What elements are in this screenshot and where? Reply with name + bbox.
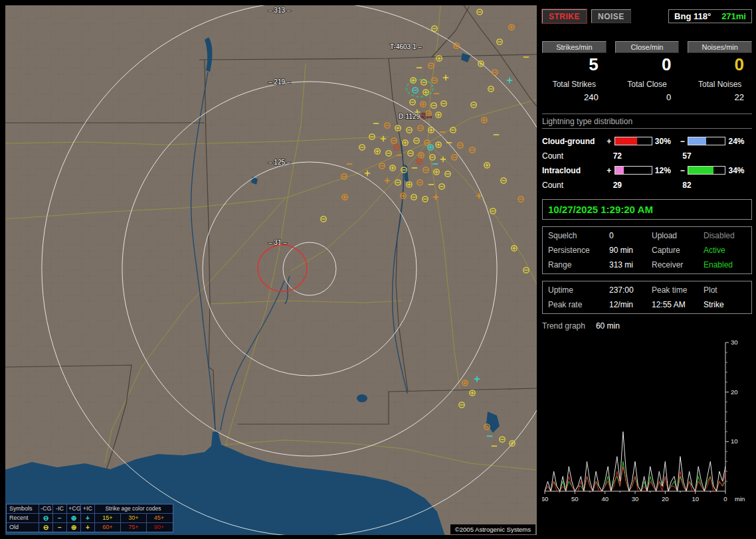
lightning-type-distribution: Lightning type distribution Cloud-ground…	[542, 114, 752, 193]
ic-negative-bar-fill	[688, 167, 713, 174]
total-strikes-label: Total Strikes	[542, 80, 607, 89]
legend-old-label: Old	[7, 523, 39, 532]
mode-toolbar: STRIKE NOISE Bng 118° 271mi	[542, 9, 752, 23]
trend-y-tick-label: 20	[731, 388, 738, 396]
ic-neg-recent-icon: −	[52, 514, 66, 522]
total-close-label: Total Close	[615, 80, 680, 89]
cg-neg-recent-icon: ⊖	[39, 514, 52, 522]
station-label: T-4603 1 –	[390, 43, 422, 50]
distribution-title: Lightning type distribution	[542, 114, 752, 129]
rate-columns: Strikes/min 5 Total Strikes 240 Close/mi…	[542, 41, 752, 102]
ic-negative-bar	[688, 166, 725, 175]
persistence-label: Persistence	[548, 246, 609, 255]
squelch-value: 0	[609, 231, 652, 240]
legend-recent-label: Recent	[7, 514, 39, 522]
cg-positive-pct: 30%	[654, 137, 679, 146]
squelch-label: Squelch	[548, 231, 609, 240]
session-box: Uptime 237:00 Peak time Plot Peak rate 1…	[542, 281, 752, 314]
receiver-value: Enabled	[704, 260, 747, 270]
cg-neg-old-icon: ⊖	[39, 523, 52, 532]
trend-graph: 6050403020100min102030	[542, 336, 745, 504]
strikes-per-min-header[interactable]: Strikes/min	[542, 41, 607, 53]
peak-rate-value: 12/min	[609, 300, 652, 309]
trend-x-tick-label: 60	[542, 495, 548, 502]
close-column: Close/min 0 Total Close 0	[615, 41, 680, 102]
noises-column: Noises/min 0 Total Noises 22	[688, 41, 752, 102]
ic-negative-pct: 34%	[727, 166, 752, 175]
map-canvas[interactable]: – 313 –– 219 –– 125 –– 31 –T-4603 1 –D-1…	[5, 5, 537, 535]
map-legend: Symbols -CG -IC +CG +IC Strike age color…	[6, 504, 173, 532]
age-75: 75+	[120, 523, 146, 532]
trend-y-tick-label: 10	[731, 437, 738, 445]
range-label: Range	[548, 260, 609, 270]
strike-mode-button[interactable]: STRIKE	[542, 9, 587, 23]
minus-sign: −	[678, 137, 686, 146]
close-per-min-value: 0	[615, 54, 680, 76]
ic-positive-bar-fill	[615, 167, 624, 174]
intracloud-row: Intracloud + 12% − 34%	[542, 163, 752, 177]
capture-value: Active	[704, 246, 747, 255]
noise-mode-button[interactable]: NOISE	[591, 9, 631, 23]
cg-negative-bar	[688, 137, 725, 145]
noises-per-min-value: 0	[688, 54, 752, 76]
trend-x-tick-label: 10	[692, 495, 699, 502]
legend-col-cg-pos: +CG	[66, 504, 80, 513]
range-value: 313 mi	[609, 260, 652, 270]
peak-rate-label: Peak rate	[548, 300, 609, 309]
legend-col-cg-neg: -CG	[39, 504, 52, 513]
ic-positive-bar	[614, 166, 652, 175]
ic-positive-count: 29	[613, 181, 683, 190]
cg-count-label: Count	[542, 151, 613, 161]
plot-label: Plot	[704, 285, 747, 295]
noises-per-min-header[interactable]: Noises/min	[688, 41, 752, 53]
capture-label: Capture	[652, 246, 704, 255]
ic-pos-recent-icon: +	[80, 514, 94, 522]
legend-symbols-title: Symbols	[7, 504, 39, 513]
trend-window-value: 60 min	[596, 321, 620, 331]
legend-col-ic-pos: +IC	[80, 504, 94, 513]
status-panel: STRIKE NOISE Bng 118° 271mi Strikes/min …	[542, 5, 752, 535]
ic-count-row: Count 29 82	[542, 177, 752, 193]
uptime-value: 237:00	[609, 285, 652, 295]
legend-age-title: Strike age color codes	[94, 504, 171, 513]
cg-positive-bar-fill	[615, 137, 637, 145]
clock-box: 10/27/2025 1:29:20 AM	[542, 199, 752, 220]
age-60: 60+	[94, 523, 120, 532]
total-close-value: 0	[615, 92, 680, 102]
ic-count-label: Count	[542, 181, 613, 190]
trend-x-unit: min	[735, 495, 745, 502]
ic-positive-pct: 12%	[654, 166, 679, 175]
peak-time-label: Peak time	[652, 285, 704, 295]
trend-graph-header: Trend graph 60 min	[542, 321, 752, 331]
ic-negative-count: 82	[682, 181, 752, 190]
station-label: D-1129 5 –	[399, 113, 431, 120]
cg-negative-count: 57	[682, 151, 752, 161]
cg-pos-recent-icon: ⊕	[66, 514, 80, 522]
plot-mode-value: Strike	[704, 300, 747, 309]
persistence-value: 90 min	[609, 246, 652, 255]
bearing-value: Bng 118°	[674, 11, 711, 21]
legend-col-ic-neg: -IC	[52, 504, 66, 513]
plus-sign: +	[605, 137, 613, 146]
cg-count-row: Count 72 57	[542, 148, 752, 163]
ic-neg-old-icon: −	[52, 523, 66, 532]
plus-sign: +	[605, 166, 613, 175]
ring-label-313: – 313 –	[268, 7, 291, 14]
strikes-per-min-value: 5	[542, 54, 607, 76]
trend-x-tick-label: 30	[632, 495, 639, 502]
cg-positive-count: 72	[613, 151, 683, 161]
lightning-map[interactable]: – 313 –– 219 –– 125 –– 31 –T-4603 1 –D-1…	[5, 5, 537, 535]
strikes-column: Strikes/min 5 Total Strikes 240	[542, 41, 607, 102]
total-strikes-value: 240	[542, 92, 607, 102]
cloud-ground-row: Cloud-ground + 30% − 24%	[542, 134, 752, 148]
cg-negative-pct: 24%	[727, 137, 752, 146]
close-per-min-header[interactable]: Close/min	[615, 41, 680, 53]
trend-graph-label: Trend graph	[542, 321, 585, 331]
age-90: 90+	[146, 523, 171, 532]
trend-series-cloud-ground	[545, 467, 725, 491]
age-45: 45+	[146, 514, 171, 522]
copyright-notice: ©2005 Astrogenic Systems	[450, 524, 535, 534]
bearing-distance: 271mi	[721, 11, 746, 21]
datetime-display: 10/27/2025 1:29:20 AM	[548, 204, 653, 215]
trend-x-tick-label: 0	[723, 495, 727, 502]
